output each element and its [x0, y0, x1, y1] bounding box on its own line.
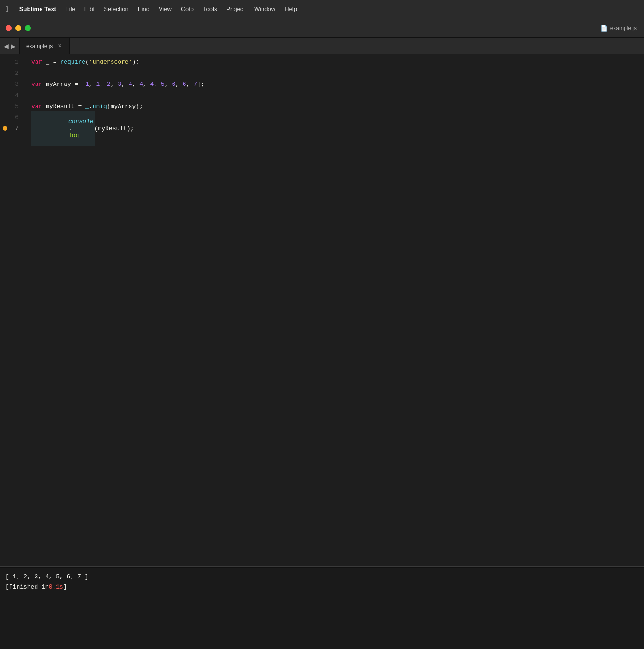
code-line-6	[31, 112, 644, 123]
output-text-2b: ]	[63, 583, 67, 590]
menu-file[interactable]: File	[66, 6, 75, 12]
console-keyword: console	[68, 118, 94, 125]
code-plain-1c: );	[132, 59, 139, 66]
window-title-area: 📄 example.js	[600, 24, 637, 31]
menu-find[interactable]: Find	[138, 6, 149, 12]
tab-label: example.js	[26, 43, 53, 49]
dot-separator: .	[68, 125, 72, 132]
code-editor[interactable]: var _ = require ( 'underscore' ); var my…	[24, 54, 644, 566]
sep-3a: ,	[89, 81, 96, 88]
func-require: require	[60, 59, 85, 66]
output-time: 0.1s	[49, 583, 63, 590]
line-number-row-6: 6	[0, 112, 24, 123]
menu-goto[interactable]: Goto	[181, 6, 194, 12]
code-line-4	[31, 90, 644, 101]
back-arrow[interactable]: ◀	[4, 42, 9, 50]
line-number-6: 6	[15, 114, 18, 121]
code-line-5: var myResult = _ . uniq (myArray);	[31, 101, 644, 112]
line-number-row-4: 4	[0, 90, 24, 101]
sep-3c: ,	[111, 81, 118, 88]
menu-view[interactable]: View	[159, 6, 172, 12]
apple-menu[interactable]: 	[6, 5, 8, 13]
code-line-3: var myArray = [ 1 , 1 , 2 , 3 , 4 , 4 , …	[31, 78, 644, 90]
num-4b: 4	[139, 81, 143, 88]
log-method: log	[68, 132, 79, 139]
menu-window[interactable]: Window	[254, 6, 275, 12]
num-6b: 6	[183, 81, 186, 88]
keyword-var-1: var	[31, 59, 42, 66]
editor-area: 1 2 3 4 5 6 7	[0, 54, 644, 566]
code-plain-1a: _ =	[42, 59, 60, 66]
highlight-console-log: console . log	[31, 111, 95, 146]
line-number-5: 5	[15, 103, 18, 110]
code-plain-7: (myResult);	[95, 125, 134, 132]
line-number-row-3: 3	[0, 78, 24, 90]
code-plain-5c: (myArray);	[107, 103, 143, 110]
close-button[interactable]	[6, 25, 12, 31]
code-plain-3a: myArray = [	[42, 81, 85, 88]
keyword-var-3: var	[31, 81, 42, 88]
code-plain-5b: .	[89, 103, 93, 110]
sep-3d: ,	[121, 81, 129, 88]
menubar:  Sublime Text File Edit Selection Find …	[0, 0, 644, 18]
output-line-2: [Finished in 0.1s ]	[6, 582, 638, 592]
breakpoint-indicator	[3, 126, 7, 131]
num-7: 7	[193, 81, 197, 88]
sep-3g: ,	[154, 81, 161, 88]
nav-arrows: ◀ ▶	[0, 42, 19, 50]
forward-arrow[interactable]: ▶	[11, 42, 16, 50]
file-icon: 📄	[600, 24, 608, 31]
code-plain-3b: ];	[197, 81, 204, 88]
menu-selection[interactable]: Selection	[104, 6, 128, 12]
line-number-1: 1	[15, 59, 18, 66]
sep-3j: ,	[186, 81, 194, 88]
sep-3i: ,	[175, 81, 183, 88]
sep-3e: ,	[132, 81, 140, 88]
output-line-1: [ 1, 2, 3, 4, 5, 6, 7 ]	[6, 571, 638, 582]
menu-tools[interactable]: Tools	[203, 6, 217, 12]
num-2: 2	[107, 81, 111, 88]
bottom-area	[0, 595, 644, 649]
code-line-1: var _ = require ( 'underscore' );	[31, 56, 644, 67]
line-number-row-7: 7	[0, 123, 24, 134]
output-text-2a: [Finished in	[6, 583, 49, 590]
code-line-2	[31, 67, 644, 78]
code-plain-1b: (	[85, 59, 89, 66]
tab-row: ◀ ▶ example.js ✕	[0, 38, 644, 54]
line-number-row-2: 2	[0, 67, 24, 78]
output-text-1: [ 1, 2, 3, 4, 5, 6, 7 ]	[6, 573, 88, 580]
line-number-2: 2	[15, 70, 18, 77]
titlebar: 📄 example.js	[0, 18, 644, 38]
num-4a: 4	[129, 81, 132, 88]
window-title: example.js	[610, 25, 637, 31]
func-uniq: uniq	[93, 103, 107, 110]
code-plain-5a: myResult =	[42, 103, 85, 110]
line-number-4: 4	[15, 92, 18, 99]
line-number-7: 7	[15, 125, 18, 132]
num-5: 5	[161, 81, 165, 88]
app-window:  Sublime Text File Edit Selection Find …	[0, 0, 644, 649]
line-number-row-5: 5	[0, 101, 24, 112]
num-3: 3	[118, 81, 121, 88]
tab-example-js[interactable]: example.js ✕	[19, 38, 70, 54]
sep-3b: ,	[100, 81, 107, 88]
menu-sublime-text[interactable]: Sublime Text	[19, 6, 56, 12]
traffic-lights	[0, 25, 36, 31]
line-numbers-gutter: 1 2 3 4 5 6 7	[0, 54, 24, 566]
sep-3f: ,	[143, 81, 150, 88]
num-1b: 1	[96, 81, 100, 88]
maximize-button[interactable]	[25, 25, 31, 31]
num-1a: 1	[85, 81, 89, 88]
menu-help[interactable]: Help	[285, 6, 297, 12]
output-panel: [ 1, 2, 3, 4, 5, 6, 7 ] [Finished in 0.1…	[0, 568, 644, 595]
tab-close-button[interactable]: ✕	[56, 43, 63, 49]
num-6a: 6	[172, 81, 175, 88]
minimize-button[interactable]	[15, 25, 21, 31]
underscore-ref: _	[85, 103, 89, 110]
string-underscore: 'underscore'	[89, 59, 132, 66]
line-number-3: 3	[15, 81, 18, 88]
sep-3h: ,	[165, 81, 172, 88]
menu-project[interactable]: Project	[226, 6, 244, 12]
keyword-var-5: var	[31, 103, 42, 110]
menu-edit[interactable]: Edit	[84, 6, 95, 12]
